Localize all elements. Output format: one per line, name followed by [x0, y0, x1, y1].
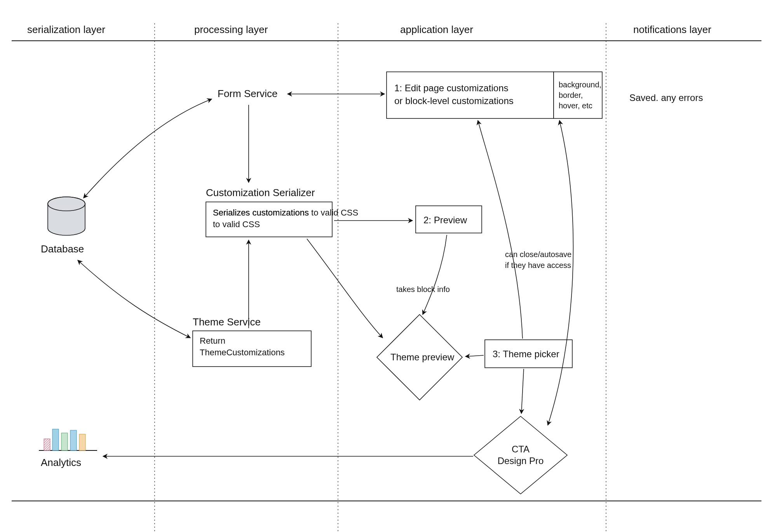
customization-serializer-body-l2: to valid CSS [213, 219, 260, 229]
arrow-database-formservice [84, 99, 212, 198]
database-icon [48, 197, 85, 235]
edit-customizations-line2: or block-level customizations [394, 96, 514, 106]
svg-rect-5 [61, 433, 68, 450]
svg-rect-6 [70, 430, 77, 450]
svg-rect-3 [44, 439, 50, 450]
database-label: Database [41, 243, 84, 255]
arrow-edit-cta [548, 120, 573, 425]
arrow-preview-themepreview [423, 235, 447, 315]
annotation-takes-block-info: takes block info [396, 285, 450, 294]
arrow-themepicker-themepreview [465, 355, 484, 356]
analytics-icon [39, 429, 97, 450]
theme-picker-label: 3: Theme picker [493, 349, 559, 359]
theme-service-title: Theme Service [193, 316, 261, 328]
preview-label: 2: Preview [423, 215, 467, 225]
arrow-themepicker-edit [478, 120, 523, 339]
cta-label-2: Design Pro [498, 456, 544, 466]
edit-customizations-side1: background, [559, 80, 601, 89]
theme-preview-label: Theme preview [390, 352, 455, 362]
svg-marker-10 [474, 416, 567, 494]
edit-customizations-side2: border, [559, 91, 583, 99]
edit-customizations-box [387, 72, 554, 118]
notification-text: Saved. any errors [629, 92, 703, 103]
edit-customizations-side3: hover, etc [559, 101, 592, 110]
lane-label-application: application layer [400, 24, 473, 35]
lane-label-processing: processing layer [194, 24, 268, 35]
edit-customizations-line1: 1: Edit page customizations [394, 83, 509, 93]
analytics-label: Analytics [41, 457, 81, 468]
cta-diamond [474, 416, 567, 494]
diagram-canvas: serialization layer processing layer app… [0, 0, 777, 532]
svg-rect-7 [79, 434, 85, 450]
lane-label-notifications: notifications layer [633, 24, 711, 35]
arrow-themepicker-cta [521, 369, 524, 414]
customization-serializer-body-l1: Serializes customizations [213, 208, 309, 217]
svg-rect-4 [52, 429, 59, 450]
cta-label-1: CTA [512, 444, 530, 454]
lane-label-serialization: serialization layer [27, 24, 105, 35]
arrow-serializer-themepreview [307, 239, 383, 338]
arrow-database-themeservice [78, 260, 190, 338]
annotation-can-close-1: can close/autosave [505, 250, 571, 259]
customization-serializer-title: Customization Serializer [206, 187, 315, 198]
form-service-label: Form Service [218, 88, 278, 99]
theme-service-body1: Return [200, 336, 225, 346]
theme-service-body2: ThemeCustomizations [200, 348, 285, 357]
